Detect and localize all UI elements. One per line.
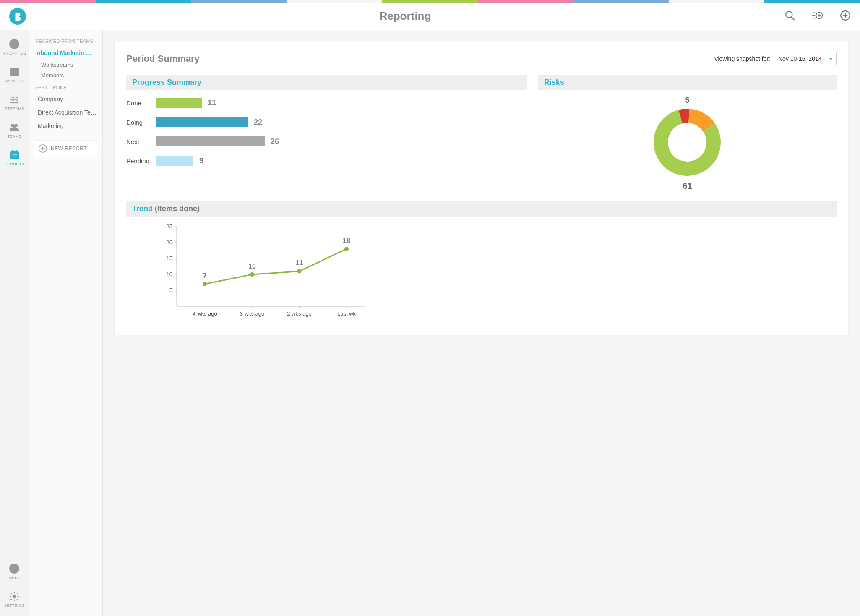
rail-label: SETTINGS bbox=[4, 603, 25, 608]
nav-group-sent: SENT UPLINE bbox=[29, 81, 102, 92]
nav-link-company[interactable]: Company bbox=[29, 92, 102, 106]
svg-point-55 bbox=[344, 247, 349, 251]
app-logo[interactable] bbox=[9, 8, 26, 25]
snapshot-label: Viewing snapshot for: bbox=[714, 55, 770, 62]
search-icon[interactable] bbox=[784, 10, 795, 23]
add-list-icon[interactable] bbox=[812, 10, 823, 23]
rail-teams[interactable]: TEAMS bbox=[8, 122, 22, 138]
page-title: Reporting bbox=[26, 10, 784, 23]
progress-bar bbox=[156, 117, 248, 127]
risks-donut-chart bbox=[652, 107, 723, 180]
rail-label: TEAMS bbox=[8, 134, 22, 138]
svg-text:10: 10 bbox=[167, 271, 172, 277]
report-card: Period Summary Viewing snapshot for: Nov… bbox=[115, 42, 848, 335]
trend-header: Trend (Items done) bbox=[126, 201, 837, 217]
progress-label: Done bbox=[126, 99, 156, 107]
top-header: Reporting bbox=[0, 3, 860, 30]
nav-group-received: RECEIVED FROM TEAMS bbox=[29, 34, 102, 46]
risks-bottom-value: 61 bbox=[538, 181, 837, 191]
progress-label: Pending bbox=[126, 157, 156, 164]
rail-label: REPORTS bbox=[5, 162, 24, 166]
progress-value: 26 bbox=[271, 137, 279, 146]
rail-nav: PRIORITIES MY WORK STREAMS TEAMS REPORTS… bbox=[0, 30, 29, 616]
svg-text:5: 5 bbox=[169, 287, 172, 293]
svg-text:15: 15 bbox=[167, 255, 172, 261]
svg-point-17 bbox=[13, 125, 16, 128]
rail-settings[interactable]: SETTINGS bbox=[4, 591, 25, 608]
svg-text:Last wk: Last wk bbox=[337, 311, 356, 317]
progress-bar bbox=[156, 156, 193, 166]
rail-label: STREAMS bbox=[5, 107, 24, 111]
svg-point-53 bbox=[297, 269, 302, 273]
svg-point-49 bbox=[203, 282, 207, 286]
new-report-button[interactable]: NEW REPORT bbox=[34, 140, 98, 157]
svg-text:7: 7 bbox=[203, 272, 207, 279]
period-summary-title: Period Summary bbox=[126, 53, 714, 64]
risks-header: Risks bbox=[538, 75, 837, 90]
svg-rect-20 bbox=[16, 150, 17, 152]
progress-label: Next bbox=[126, 138, 156, 145]
svg-text:4 wks ago: 4 wks ago bbox=[193, 311, 217, 317]
svg-rect-19 bbox=[12, 150, 13, 152]
trend-subtitle: (Items done) bbox=[155, 204, 200, 213]
svg-text:3 wks ago: 3 wks ago bbox=[240, 311, 265, 317]
progress-value: 9 bbox=[199, 157, 203, 165]
svg-point-13 bbox=[13, 43, 15, 45]
new-report-label: NEW REPORT bbox=[51, 146, 87, 151]
svg-line-1 bbox=[791, 17, 795, 20]
trend-title: Trend bbox=[132, 204, 153, 213]
svg-rect-21 bbox=[12, 154, 17, 155]
progress-bar bbox=[156, 98, 202, 108]
rail-priorities[interactable]: PRIORITIES bbox=[3, 39, 26, 55]
progress-summary-header: Progress Summary bbox=[126, 75, 527, 90]
rail-label: PRIORITIES bbox=[3, 51, 26, 55]
svg-text:20: 20 bbox=[167, 239, 172, 245]
svg-text:18: 18 bbox=[343, 237, 350, 244]
nav-link-direct-acq[interactable]: Direct Acquisition Te… bbox=[29, 106, 102, 119]
snapshot-select[interactable]: Nov 10-16, 2014 bbox=[774, 52, 837, 65]
risks-top-value: 5 bbox=[538, 96, 837, 105]
nav-link-marketing[interactable]: Marketing bbox=[29, 119, 102, 133]
svg-point-25 bbox=[13, 595, 16, 598]
secondary-nav: RECEIVED FROM TEAMS Inbound Marketin … W… bbox=[29, 30, 103, 616]
rail-mywork[interactable]: MY WORK bbox=[5, 66, 24, 83]
svg-text:11: 11 bbox=[296, 259, 303, 266]
rail-label: HELP bbox=[9, 576, 20, 580]
main-content: Period Summary Viewing snapshot for: Nov… bbox=[103, 30, 860, 616]
svg-point-24 bbox=[14, 571, 15, 572]
nav-sublink-members[interactable]: Members bbox=[29, 70, 102, 81]
add-icon[interactable] bbox=[840, 10, 851, 23]
top-ribbon bbox=[0, 0, 860, 3]
svg-text:2 wks ago: 2 wks ago bbox=[287, 311, 312, 317]
trend-chart: 5101520254 wks ago3 wks ago2 wks agoLast… bbox=[126, 217, 837, 325]
progress-value: 11 bbox=[208, 99, 216, 107]
svg-rect-22 bbox=[12, 156, 17, 157]
rail-help[interactable]: HELP bbox=[9, 563, 20, 580]
svg-point-51 bbox=[250, 272, 254, 277]
progress-bar bbox=[156, 136, 265, 146]
svg-text:10: 10 bbox=[248, 263, 256, 270]
progress-rows: Done 11Doing 22Next 26Pending 9 bbox=[126, 98, 527, 166]
progress-value: 22 bbox=[254, 118, 262, 127]
svg-point-0 bbox=[786, 11, 792, 18]
rail-reports[interactable]: REPORTS bbox=[5, 149, 24, 166]
nav-link-inbound[interactable]: Inbound Marketin … bbox=[29, 46, 102, 60]
svg-text:25: 25 bbox=[167, 223, 172, 230]
nav-sublink-workstreams[interactable]: Workstreams bbox=[29, 60, 102, 70]
progress-label: Doing bbox=[126, 119, 156, 126]
rail-streams[interactable]: STREAMS bbox=[5, 94, 24, 111]
rail-label: MY WORK bbox=[5, 79, 24, 83]
